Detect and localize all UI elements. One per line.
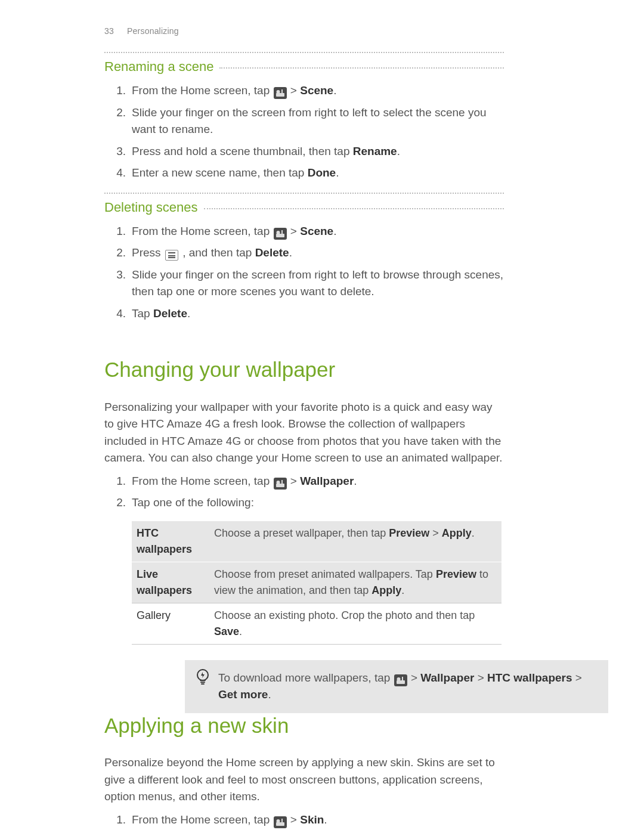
wallpaper-options-table: HTC wallpapers Choose a preset wallpaper…: [132, 521, 501, 645]
wallpaper-steps: 1. From the Home screen, tap > Wallpaper…: [116, 473, 504, 512]
svg-rect-3: [276, 234, 284, 237]
table-row: Gallery Choose an existing photo. Crop t…: [132, 603, 501, 644]
dotted-rule: [219, 67, 504, 69]
svg-rect-12: [402, 677, 403, 680]
heading-changing-wallpaper: Changing your wallpaper: [104, 354, 504, 386]
svg-point-7: [276, 481, 280, 484]
step-number: 3.: [116, 267, 132, 301]
option-name: Live wallpapers: [132, 562, 209, 603]
svg-point-14: [276, 819, 280, 823]
step-number: 2.: [116, 104, 132, 138]
dotted-rule: [204, 208, 504, 209]
table-row: Live wallpapers Choose from preset anima…: [132, 562, 501, 603]
svg-point-11: [397, 677, 400, 681]
step-text: Press , and then tap Delete.: [132, 244, 504, 262]
step-number: 1.: [116, 473, 132, 490]
option-name: HTC wallpapers: [132, 521, 209, 562]
menu-icon: [165, 250, 178, 261]
step-text: Slide your finger on the screen from rig…: [132, 267, 504, 301]
step-number: 4.: [116, 165, 132, 182]
section-title: Personalizing: [127, 26, 179, 36]
step-number: 1.: [116, 812, 132, 829]
option-name: Gallery: [132, 603, 209, 644]
personalize-icon: [274, 816, 287, 828]
renaming-steps: 1. From the Home screen, tap > Scene. 2.…: [116, 82, 504, 182]
svg-point-4: [276, 231, 280, 234]
step-number: 4.: [116, 305, 132, 323]
step-text: From the Home screen, tap > Scene.: [132, 82, 504, 100]
svg-rect-15: [281, 819, 283, 822]
personalize-icon: [274, 87, 287, 99]
step-number: 3.: [116, 143, 132, 160]
step-text: Tap Delete.: [132, 305, 504, 323]
svg-rect-13: [276, 822, 284, 826]
step-text: From the Home screen, tap > Scene.: [132, 223, 504, 240]
svg-rect-6: [276, 484, 284, 487]
personalize-icon: [394, 674, 407, 686]
document-page: 33 Personalizing Renaming a scene 1. Fro…: [104, 25, 504, 833]
svg-rect-5: [281, 230, 283, 234]
skin-section: Applying a new skin Personalize beyond t…: [104, 710, 504, 834]
svg-rect-10: [397, 680, 405, 684]
personalize-icon: [274, 478, 287, 490]
svg-rect-0: [276, 93, 284, 97]
wallpaper-intro: Personalizing your wallpaper with your f…: [104, 399, 504, 467]
heading-row: Deleting scenes: [104, 194, 504, 218]
heading-renaming-scene: Renaming a scene: [104, 53, 213, 78]
deleting-steps: 1. From the Home screen, tap > Scene. 2.…: [116, 223, 504, 323]
option-desc: Choose a preset wallpaper, then tap Prev…: [209, 521, 501, 562]
option-desc: Choose from preset animated wallpapers. …: [209, 562, 501, 603]
page-header: 33 Personalizing: [104, 25, 504, 38]
svg-rect-8: [281, 480, 283, 484]
heading-applying-skin: Applying a new skin: [104, 710, 504, 742]
page-number: 33: [104, 26, 114, 36]
step-text: Slide your finger on the screen from rig…: [132, 104, 504, 138]
heading-deleting-scenes: Deleting scenes: [104, 194, 198, 218]
skin-intro: Personalize beyond the Home screen by ap…: [104, 754, 504, 806]
step-text: From the Home screen, tap > Wallpaper.: [132, 473, 504, 490]
lightbulb-icon: [194, 668, 211, 685]
svg-rect-2: [281, 89, 283, 93]
step-text: Tap one of the following:: [132, 494, 504, 512]
step-number: 1.: [116, 223, 132, 240]
step-text: Enter a new scene name, then tap Done.: [132, 165, 504, 182]
table-row: HTC wallpapers Choose a preset wallpaper…: [132, 521, 501, 562]
personalize-icon: [274, 228, 287, 240]
step-number: 2.: [116, 244, 132, 262]
option-desc: Choose an existing photo. Crop the photo…: [209, 603, 501, 644]
step-number: 1.: [116, 82, 132, 100]
skin-steps: 1. From the Home screen, tap > Skin. 2.S…: [116, 812, 504, 834]
step-text: From the Home screen, tap > Skin.: [132, 812, 504, 829]
svg-point-1: [276, 90, 280, 94]
step-text: Press and hold a scene thumbnail, then t…: [132, 143, 504, 160]
tip-box: To download more wallpapers, tap > Wallp…: [185, 660, 608, 713]
step-number: 2.: [116, 494, 132, 512]
heading-row: Renaming a scene: [104, 53, 504, 78]
